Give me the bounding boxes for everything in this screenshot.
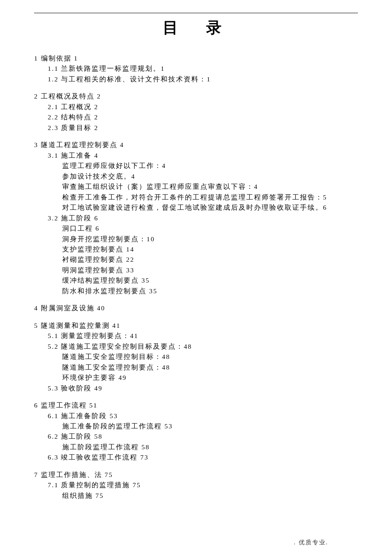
toc-l3: 缓冲结构监理控制要点 35 <box>62 276 358 285</box>
toc-l2: 5.1 测量监理控制要点：41 <box>48 331 358 341</box>
toc-l3: 检查开工准备工作，对符合开工条件的工程提请总监理工程师签署开工报告：5 <box>62 193 358 202</box>
toc-l2: 3.2 施工阶段 6 <box>48 214 358 223</box>
toc-l1: 1 编制依据 1 <box>34 54 358 63</box>
toc-l3: 参加设计技术交底。4 <box>62 172 358 181</box>
toc-l3: 隧道施工安全监理控制要点：48 <box>62 363 358 372</box>
toc-l2: 7.1 质量控制的监理措施 75 <box>48 480 358 490</box>
toc-l3: 衬砌监理控制要点 22 <box>62 255 358 264</box>
toc-l3: 审查施工组织设计（案）监理工程师应重点审查以下容：4 <box>62 182 358 191</box>
toc-l1: 6 监理工作流程 51 <box>34 401 358 410</box>
toc-l2: 5.2 隧道施工监理安全控制目标及要点：48 <box>48 342 358 351</box>
toc-l1: 2 工程概况及特点 2 <box>34 92 358 101</box>
toc-l3: 组织措施 75 <box>62 491 358 500</box>
toc-l2: 3.1 施工准备 4 <box>48 151 358 160</box>
toc-l2: 6.1 施工准备阶段 53 <box>48 411 358 421</box>
toc-l3: 洞身开挖监理控制要点：10 <box>62 234 358 244</box>
toc-l2: 1.1 兰新铁路监理一标监理规划。1 <box>48 64 358 73</box>
toc-l3: 对工地试验室建设进行检查，督促工地试验室建成后及时办理验收取证手续。6 <box>62 203 358 212</box>
toc-l3: 洞口工程 6 <box>62 224 358 233</box>
page-footer: . 优质专业. <box>294 539 329 546</box>
toc-l1: 5 隧道测量和监控量测 41 <box>34 321 358 330</box>
toc-l2: 5.3 验收阶段 49 <box>48 384 358 393</box>
toc-l3: 明洞监理控制要点 33 <box>62 266 358 275</box>
toc-l2: 1.2 与工程相关的标准、设计文件和技术资料：1 <box>48 75 358 84</box>
toc-l1: 4 附属洞室及设施 40 <box>34 304 358 313</box>
toc-l2: 6.3 竣工验收监理工作流程 73 <box>48 453 358 462</box>
toc-l3: 支护监理控制要点 14 <box>62 245 358 254</box>
document-page: 目 录 1 编制依据 1 1.1 兰新铁路监理一标监理规划。1 1.2 与工程相… <box>0 0 392 555</box>
toc-l3: 隧道施工安全监理控制目标：48 <box>62 352 358 361</box>
toc-l3: 环境保护主要容 49 <box>62 373 358 382</box>
page-title: 目 录 <box>38 17 358 38</box>
toc-l1: 3 隧道工程监理控制要点 4 <box>34 140 358 150</box>
toc-l3: 防水和排水监理控制要点 35 <box>62 286 358 296</box>
table-of-contents: 1 编制依据 1 1.1 兰新铁路监理一标监理规划。1 1.2 与工程相关的标准… <box>34 54 358 500</box>
toc-l2: 6.2 施工阶段 58 <box>48 432 358 441</box>
toc-l2: 2.2 结构特点 2 <box>48 113 358 122</box>
toc-l1: 7 监理工作措施、法 75 <box>34 470 358 480</box>
toc-l3: 监理工程师应做好以下工作：4 <box>62 161 358 171</box>
top-rule <box>34 13 358 13</box>
toc-l2: 2.1 工程概况 2 <box>48 102 358 112</box>
toc-l3: 施工准备阶段的监理工作流程 53 <box>62 422 358 431</box>
toc-l2: 2.3 质量目标 2 <box>48 123 358 133</box>
toc-l3: 施工阶段监理工作流程 58 <box>62 442 358 452</box>
